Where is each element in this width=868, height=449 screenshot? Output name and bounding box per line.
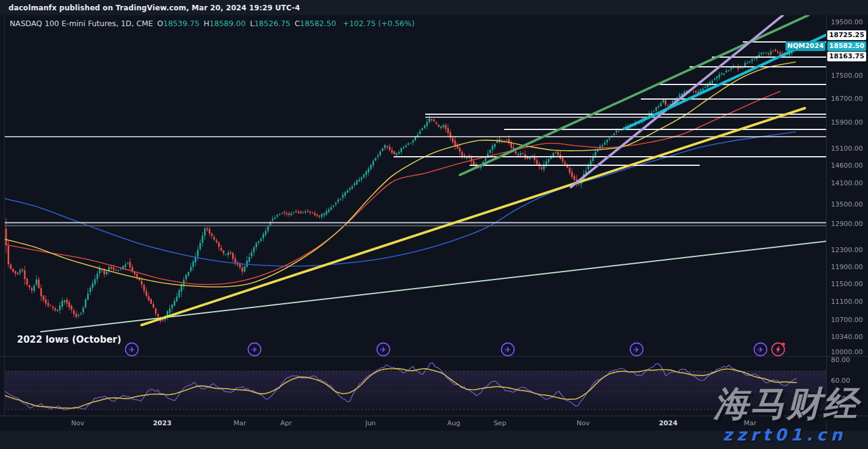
time-axis-label: Mar: [234, 419, 247, 427]
airplane-marker-icon[interactable]: ✈: [500, 341, 516, 357]
price-axis-tick: 10700.00: [831, 317, 866, 324]
series-tag-nqm2024: NQM2024: [785, 41, 825, 51]
price-axis-tick: 40.00: [831, 396, 866, 403]
time-axis-border: [0, 416, 868, 416]
airplane-marker-icon[interactable]: ✈: [247, 341, 262, 357]
main-chart-canvas[interactable]: [0, 0, 868, 449]
airplane-marker-icon[interactable]: ✈: [124, 341, 140, 357]
time-axis-label: Sep: [494, 419, 507, 427]
price-label-18725: 18725.25: [827, 30, 866, 40]
axis-border-vertical: [826, 15, 827, 431]
last-price-label: 18582.50: [827, 41, 866, 51]
price-axis-tick: 14100.00: [831, 180, 866, 187]
price-axis-tick: 19500.00: [831, 19, 866, 26]
symbol-title: NASDAQ 100 E-mini Futures, 1D, CME: [10, 19, 153, 28]
footer-bar: TradingView: [0, 431, 868, 449]
svg-text:✈: ✈: [634, 345, 640, 354]
price-axis-tick: 11900.00: [831, 264, 866, 271]
time-axis-label: Jun: [365, 419, 375, 427]
airplane-marker-icon[interactable]: ✈: [753, 341, 768, 357]
change-value: +102.75 (+0.56%): [343, 19, 414, 28]
price-axis-tick: 11500.00: [831, 281, 866, 288]
svg-text:✈: ✈: [757, 345, 764, 354]
tradingview-published-chart: dacolmanfx published on TradingView.com,…: [0, 0, 868, 449]
chart-annotation-2022-lows: 2022 lows (October): [17, 334, 121, 345]
ohlc-values: O18539.75H18589.00L18526.75C18582.50: [157, 19, 341, 28]
price-axis-tick: 12900.00: [831, 221, 866, 228]
time-axis-label: 2023: [153, 419, 172, 427]
price-axis-tick: 14600.00: [831, 162, 866, 170]
price-axis-tick: 17500.00: [831, 72, 866, 80]
airplane-marker-icon[interactable]: ✈: [375, 341, 391, 357]
time-axis-label: Mar: [744, 419, 757, 427]
svg-text:✈: ✈: [251, 345, 258, 354]
price-axis-tick: 16700.00: [831, 95, 866, 103]
price-axis-tick: 15900.00: [831, 119, 866, 126]
price-axis-tick: 15100.00: [831, 145, 866, 153]
price-axis-tick: 12300.00: [831, 247, 866, 254]
time-axis-label: Aug: [447, 419, 460, 427]
airplane-marker-icon[interactable]: ✈: [629, 341, 644, 357]
time-axis-label: Nov: [576, 419, 589, 427]
lightning-marker-icon[interactable]: [770, 341, 787, 358]
time-axis-label: Nov: [71, 419, 84, 427]
svg-text:✈: ✈: [505, 345, 511, 354]
price-axis-tick: 11100.00: [831, 298, 866, 306]
price-axis-tick: 10340.00: [831, 334, 866, 341]
svg-text:✈: ✈: [129, 345, 135, 354]
price-axis-tick: 80.00: [831, 357, 866, 364]
price-axis-tick: 10000.00: [831, 349, 866, 356]
svg-text:✈: ✈: [380, 345, 387, 354]
price-axis-tick: 60.00: [831, 377, 866, 385]
time-axis-label: 2024: [659, 419, 678, 427]
price-axis-tick: 13500.00: [831, 201, 866, 208]
time-axis-label: Apr: [280, 419, 292, 427]
price-label-18163: 18163.75: [827, 52, 866, 61]
symbol-legend[interactable]: NASDAQ 100 E-mini Futures, 1D, CMEO18539…: [10, 19, 415, 28]
